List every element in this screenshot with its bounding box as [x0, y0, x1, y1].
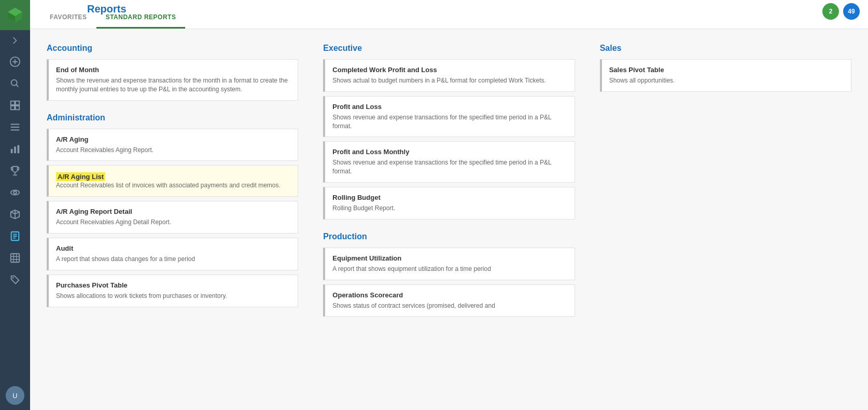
- dashboard-icon[interactable]: [0, 94, 30, 116]
- report-card-profit-loss-monthly[interactable]: Profit and Loss Monthly Shows revenue an…: [323, 141, 575, 183]
- report-card-operations-scorecard[interactable]: Operations Scorecard Shows status of con…: [323, 284, 575, 317]
- svg-rect-8: [18, 145, 20, 154]
- report-desc-completed-work: Shows actual to budget numbers in a P&L …: [332, 76, 567, 85]
- section-production: Production Equipment Utilization A repor…: [323, 232, 575, 317]
- report-title-rolling-budget: Rolling Budget: [332, 194, 567, 201]
- report-title-ar-aging-detail: A/R Aging Report Detail: [56, 208, 290, 215]
- svg-rect-7: [14, 146, 16, 153]
- section-title-accounting: Accounting: [47, 44, 298, 53]
- user-avatar[interactable]: U: [6, 386, 24, 405]
- chart-icon[interactable]: [0, 138, 30, 160]
- svg-point-10: [13, 191, 17, 194]
- column-accounting-admin: Accounting End of Month Shows the revenu…: [47, 42, 298, 329]
- report-desc-ar-aging-list: Account Receivables list of invoices wit…: [56, 181, 290, 190]
- search-icon[interactable]: [0, 73, 30, 94]
- report-desc-profit-loss-monthly: Shows revenue and expense transactions f…: [332, 158, 567, 176]
- report-card-end-of-month[interactable]: End of Month Shows the revenue and expen…: [47, 59, 298, 101]
- list-icon[interactable]: [0, 116, 30, 138]
- report-title-sales-pivot: Sales Pivot Table: [609, 66, 844, 74]
- section-administration: Administration A/R Aging Account Receiva…: [47, 113, 298, 307]
- report-desc-purchases-pivot: Shows allocations to work tickets from p…: [56, 292, 290, 300]
- section-accounting: Accounting End of Month Shows the revenu…: [47, 44, 298, 101]
- report-desc-equipment-utilization: A report that shows equipment utilizatio…: [332, 265, 567, 274]
- trophy-icon[interactable]: [0, 160, 30, 182]
- report-title-audit: Audit: [56, 244, 290, 252]
- report-title-equipment-utilization: Equipment Utilization: [332, 254, 567, 262]
- report-desc-profit-loss: Shows revenue and expense transactions f…: [332, 113, 567, 131]
- section-executive: Executive Completed Work Profit and Loss…: [323, 44, 575, 220]
- content-area: Accounting End of Month Shows the revenu…: [30, 29, 868, 410]
- report-card-rolling-budget[interactable]: Rolling Budget Rolling Budget Report.: [323, 187, 575, 220]
- svg-rect-5: [16, 106, 19, 110]
- page-title: Reports: [87, 3, 127, 15]
- report-title-profit-loss: Profit and Loss: [332, 103, 567, 111]
- box-icon[interactable]: [0, 203, 30, 225]
- tab-favorites[interactable]: FAVORITES: [40, 13, 96, 29]
- svg-rect-6: [11, 149, 13, 153]
- report-card-sales-pivot[interactable]: Sales Pivot Table Shows all opportunitie…: [600, 59, 851, 92]
- report-title-completed-work: Completed Work Profit and Loss: [332, 66, 567, 74]
- report-card-profit-loss[interactable]: Profit and Loss Shows revenue and expens…: [323, 96, 575, 138]
- report-desc-sales-pivot: Shows all opportunities.: [609, 76, 844, 85]
- add-icon[interactable]: [0, 51, 30, 73]
- main-panel: Reports 2 49 FAVORITES STANDARD REPORTS …: [30, 0, 868, 410]
- report-card-ar-aging-detail[interactable]: A/R Aging Report Detail Account Receivab…: [47, 201, 298, 234]
- section-title-sales: Sales: [600, 44, 851, 53]
- report-card-audit[interactable]: Audit A report that shows data changes f…: [47, 238, 298, 270]
- svg-rect-3: [16, 101, 19, 105]
- svg-rect-4: [11, 106, 15, 110]
- section-title-executive: Executive: [323, 44, 575, 53]
- report-desc-audit: A report that shows data changes for a t…: [56, 255, 290, 264]
- svg-rect-12: [11, 254, 20, 263]
- svg-rect-2: [11, 101, 15, 105]
- column-sales: Sales Sales Pivot Table Shows all opport…: [600, 42, 851, 329]
- tag-icon[interactable]: [0, 269, 30, 291]
- sidebar: U: [0, 0, 30, 410]
- reports-icon[interactable]: [0, 225, 30, 247]
- reports-grid: Accounting End of Month Shows the revenu…: [47, 42, 851, 329]
- section-title-administration: Administration: [47, 113, 298, 122]
- report-desc-ar-aging: Account Receivables Aging Report.: [56, 146, 290, 155]
- svg-point-13: [12, 277, 14, 279]
- eye-icon[interactable]: [0, 182, 30, 203]
- report-title-profit-loss-monthly: Profit and Loss Monthly: [332, 148, 567, 156]
- report-title-ar-aging-list: A/R Aging List: [56, 173, 105, 181]
- report-title-purchases-pivot: Purchases Pivot Table: [56, 281, 290, 289]
- report-card-completed-work[interactable]: Completed Work Profit and Loss Shows act…: [323, 59, 575, 92]
- report-desc-end-of-month: Shows the revenue and expense transactio…: [56, 76, 290, 94]
- sidebar-toggle[interactable]: [0, 30, 30, 51]
- report-card-equipment-utilization[interactable]: Equipment Utilization A report that show…: [323, 248, 575, 280]
- notification-badge-green[interactable]: 2: [822, 3, 839, 20]
- report-card-purchases-pivot[interactable]: Purchases Pivot Table Shows allocations …: [47, 275, 298, 307]
- header: Reports 2 49 FAVORITES STANDARD REPORTS: [30, 0, 868, 29]
- report-title-end-of-month: End of Month: [56, 66, 290, 74]
- section-title-production: Production: [323, 232, 575, 241]
- table-icon[interactable]: [0, 247, 30, 269]
- report-desc-operations-scorecard: Shows status of contract services (promi…: [332, 302, 567, 310]
- app-logo[interactable]: [0, 0, 30, 30]
- report-desc-ar-aging-detail: Account Receivables Aging Detail Report.: [56, 218, 290, 227]
- svg-point-1: [11, 80, 17, 86]
- column-executive-production: Executive Completed Work Profit and Loss…: [323, 42, 575, 329]
- notification-area: 2 49: [822, 3, 860, 20]
- report-card-ar-aging-list[interactable]: A/R Aging List Account Receivables list …: [47, 165, 298, 197]
- tab-standard-reports[interactable]: STANDARD REPORTS: [96, 13, 186, 29]
- notification-badge-blue[interactable]: 49: [843, 3, 860, 20]
- report-card-ar-aging[interactable]: A/R Aging Account Receivables Aging Repo…: [47, 129, 298, 161]
- report-title-ar-aging: A/R Aging: [56, 135, 290, 143]
- report-desc-rolling-budget: Rolling Budget Report.: [332, 204, 567, 213]
- report-title-operations-scorecard: Operations Scorecard: [332, 291, 567, 299]
- section-sales: Sales Sales Pivot Table Shows all opport…: [600, 44, 851, 92]
